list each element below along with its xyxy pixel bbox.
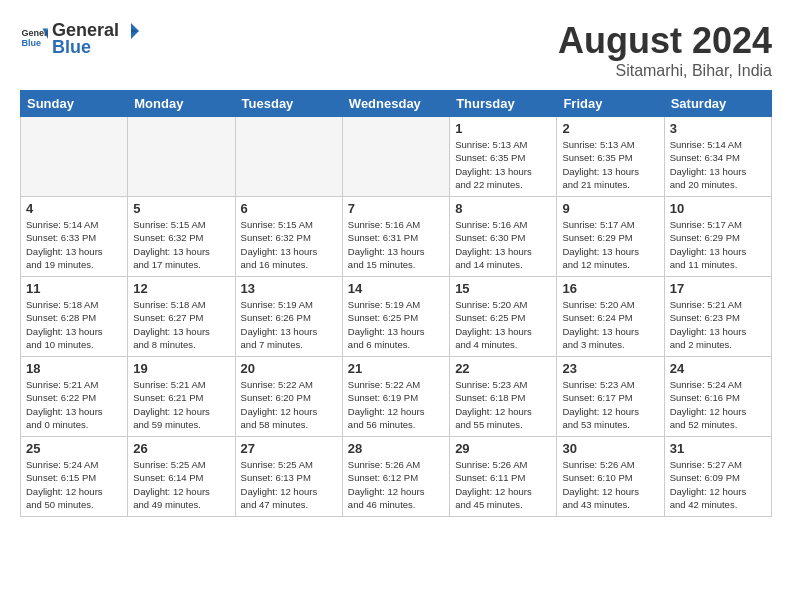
calendar-cell: 29Sunrise: 5:26 AM Sunset: 6:11 PM Dayli… [450,437,557,517]
calendar-cell [21,117,128,197]
day-info: Sunrise: 5:24 AM Sunset: 6:16 PM Dayligh… [670,378,766,431]
calendar-cell: 3Sunrise: 5:14 AM Sunset: 6:34 PM Daylig… [664,117,771,197]
day-info: Sunrise: 5:15 AM Sunset: 6:32 PM Dayligh… [241,218,337,271]
day-info: Sunrise: 5:24 AM Sunset: 6:15 PM Dayligh… [26,458,122,511]
calendar-title: August 2024 [558,20,772,62]
day-info: Sunrise: 5:23 AM Sunset: 6:17 PM Dayligh… [562,378,658,431]
day-info: Sunrise: 5:22 AM Sunset: 6:19 PM Dayligh… [348,378,444,431]
calendar-cell: 20Sunrise: 5:22 AM Sunset: 6:20 PM Dayli… [235,357,342,437]
day-info: Sunrise: 5:19 AM Sunset: 6:26 PM Dayligh… [241,298,337,351]
day-number: 28 [348,441,444,456]
calendar-cell: 26Sunrise: 5:25 AM Sunset: 6:14 PM Dayli… [128,437,235,517]
calendar-cell: 8Sunrise: 5:16 AM Sunset: 6:30 PM Daylig… [450,197,557,277]
calendar-cell: 6Sunrise: 5:15 AM Sunset: 6:32 PM Daylig… [235,197,342,277]
day-info: Sunrise: 5:20 AM Sunset: 6:24 PM Dayligh… [562,298,658,351]
day-info: Sunrise: 5:27 AM Sunset: 6:09 PM Dayligh… [670,458,766,511]
calendar-cell: 23Sunrise: 5:23 AM Sunset: 6:17 PM Dayli… [557,357,664,437]
title-area: August 2024 Sitamarhi, Bihar, India [558,20,772,80]
day-info: Sunrise: 5:18 AM Sunset: 6:28 PM Dayligh… [26,298,122,351]
day-number: 15 [455,281,551,296]
day-info: Sunrise: 5:13 AM Sunset: 6:35 PM Dayligh… [562,138,658,191]
calendar-week-5: 25Sunrise: 5:24 AM Sunset: 6:15 PM Dayli… [21,437,772,517]
header-monday: Monday [128,91,235,117]
day-info: Sunrise: 5:25 AM Sunset: 6:14 PM Dayligh… [133,458,229,511]
calendar-cell: 10Sunrise: 5:17 AM Sunset: 6:29 PM Dayli… [664,197,771,277]
page-header: General Blue General Blue August 2024 Si… [20,20,772,80]
header-friday: Friday [557,91,664,117]
calendar-cell: 4Sunrise: 5:14 AM Sunset: 6:33 PM Daylig… [21,197,128,277]
day-number: 21 [348,361,444,376]
day-info: Sunrise: 5:19 AM Sunset: 6:25 PM Dayligh… [348,298,444,351]
day-info: Sunrise: 5:18 AM Sunset: 6:27 PM Dayligh… [133,298,229,351]
calendar-subtitle: Sitamarhi, Bihar, India [558,62,772,80]
day-info: Sunrise: 5:14 AM Sunset: 6:34 PM Dayligh… [670,138,766,191]
day-number: 20 [241,361,337,376]
day-number: 16 [562,281,658,296]
day-number: 30 [562,441,658,456]
calendar-week-2: 4Sunrise: 5:14 AM Sunset: 6:33 PM Daylig… [21,197,772,277]
day-number: 19 [133,361,229,376]
day-number: 25 [26,441,122,456]
day-number: 24 [670,361,766,376]
day-info: Sunrise: 5:17 AM Sunset: 6:29 PM Dayligh… [562,218,658,271]
logo: General Blue General Blue [20,20,141,58]
calendar-cell: 19Sunrise: 5:21 AM Sunset: 6:21 PM Dayli… [128,357,235,437]
calendar-header-row: Sunday Monday Tuesday Wednesday Thursday… [21,91,772,117]
calendar-cell: 11Sunrise: 5:18 AM Sunset: 6:28 PM Dayli… [21,277,128,357]
day-info: Sunrise: 5:21 AM Sunset: 6:22 PM Dayligh… [26,378,122,431]
day-info: Sunrise: 5:15 AM Sunset: 6:32 PM Dayligh… [133,218,229,271]
calendar-week-4: 18Sunrise: 5:21 AM Sunset: 6:22 PM Dayli… [21,357,772,437]
calendar-cell: 14Sunrise: 5:19 AM Sunset: 6:25 PM Dayli… [342,277,449,357]
calendar-cell [342,117,449,197]
calendar-cell: 25Sunrise: 5:24 AM Sunset: 6:15 PM Dayli… [21,437,128,517]
day-number: 9 [562,201,658,216]
day-number: 2 [562,121,658,136]
calendar-week-1: 1Sunrise: 5:13 AM Sunset: 6:35 PM Daylig… [21,117,772,197]
calendar-cell: 17Sunrise: 5:21 AM Sunset: 6:23 PM Dayli… [664,277,771,357]
day-info: Sunrise: 5:26 AM Sunset: 6:12 PM Dayligh… [348,458,444,511]
day-info: Sunrise: 5:22 AM Sunset: 6:20 PM Dayligh… [241,378,337,431]
day-number: 3 [670,121,766,136]
day-number: 23 [562,361,658,376]
header-thursday: Thursday [450,91,557,117]
day-info: Sunrise: 5:26 AM Sunset: 6:10 PM Dayligh… [562,458,658,511]
calendar-cell: 22Sunrise: 5:23 AM Sunset: 6:18 PM Dayli… [450,357,557,437]
svg-text:Blue: Blue [21,38,41,48]
day-info: Sunrise: 5:20 AM Sunset: 6:25 PM Dayligh… [455,298,551,351]
calendar-cell: 21Sunrise: 5:22 AM Sunset: 6:19 PM Dayli… [342,357,449,437]
day-number: 10 [670,201,766,216]
day-number: 6 [241,201,337,216]
day-info: Sunrise: 5:16 AM Sunset: 6:30 PM Dayligh… [455,218,551,271]
day-number: 26 [133,441,229,456]
calendar-table: Sunday Monday Tuesday Wednesday Thursday… [20,90,772,517]
calendar-cell: 7Sunrise: 5:16 AM Sunset: 6:31 PM Daylig… [342,197,449,277]
header-tuesday: Tuesday [235,91,342,117]
day-info: Sunrise: 5:23 AM Sunset: 6:18 PM Dayligh… [455,378,551,431]
day-number: 13 [241,281,337,296]
calendar-cell: 16Sunrise: 5:20 AM Sunset: 6:24 PM Dayli… [557,277,664,357]
calendar-cell: 30Sunrise: 5:26 AM Sunset: 6:10 PM Dayli… [557,437,664,517]
calendar-cell: 24Sunrise: 5:24 AM Sunset: 6:16 PM Dayli… [664,357,771,437]
logo-arrow-icon [121,21,141,41]
day-number: 17 [670,281,766,296]
day-number: 1 [455,121,551,136]
day-number: 11 [26,281,122,296]
day-number: 18 [26,361,122,376]
calendar-cell [128,117,235,197]
header-saturday: Saturday [664,91,771,117]
day-info: Sunrise: 5:21 AM Sunset: 6:23 PM Dayligh… [670,298,766,351]
calendar-cell: 13Sunrise: 5:19 AM Sunset: 6:26 PM Dayli… [235,277,342,357]
calendar-cell [235,117,342,197]
day-number: 7 [348,201,444,216]
day-info: Sunrise: 5:16 AM Sunset: 6:31 PM Dayligh… [348,218,444,271]
calendar-cell: 5Sunrise: 5:15 AM Sunset: 6:32 PM Daylig… [128,197,235,277]
day-number: 8 [455,201,551,216]
header-sunday: Sunday [21,91,128,117]
day-info: Sunrise: 5:14 AM Sunset: 6:33 PM Dayligh… [26,218,122,271]
day-number: 4 [26,201,122,216]
day-info: Sunrise: 5:13 AM Sunset: 6:35 PM Dayligh… [455,138,551,191]
day-number: 27 [241,441,337,456]
day-number: 31 [670,441,766,456]
calendar-week-3: 11Sunrise: 5:18 AM Sunset: 6:28 PM Dayli… [21,277,772,357]
calendar-cell: 12Sunrise: 5:18 AM Sunset: 6:27 PM Dayli… [128,277,235,357]
